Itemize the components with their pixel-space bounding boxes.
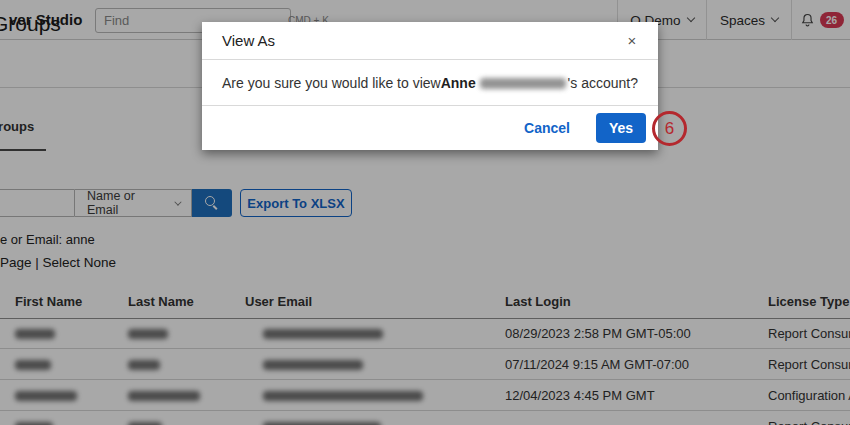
cancel-button[interactable]: Cancel bbox=[524, 120, 570, 136]
annotation-step-marker: 6 bbox=[652, 111, 687, 146]
message-suffix: 's account? bbox=[568, 75, 638, 91]
dialog-message: Are you sure you would like to view Anne… bbox=[202, 60, 658, 106]
message-prefix: Are you sure you would like to view bbox=[222, 75, 441, 91]
redacted-name bbox=[480, 78, 566, 89]
yes-button[interactable]: Yes bbox=[596, 113, 646, 143]
dialog-header: View As × bbox=[202, 22, 658, 60]
subject-name: Anne bbox=[441, 75, 476, 91]
dialog-footer: Cancel Yes bbox=[202, 106, 658, 149]
dialog-title: View As bbox=[222, 32, 275, 49]
close-icon[interactable]: × bbox=[622, 31, 642, 51]
view-as-dialog: View As × Are you sure you would like to… bbox=[202, 22, 658, 150]
app-window: ver Studio CMD + K Q Demo Spaces 26 Grou… bbox=[0, 0, 850, 425]
